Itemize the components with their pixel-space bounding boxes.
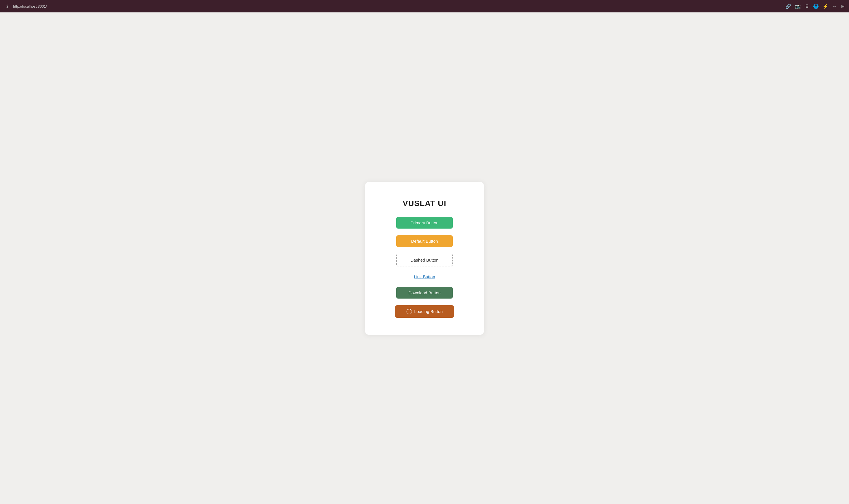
- default-button[interactable]: Default Button: [396, 235, 453, 247]
- loading-spinner-icon: [406, 309, 412, 314]
- page-title: VUSLAT UI: [403, 199, 447, 208]
- browser-toolbar: 🔗 📷 🖥 🌐 ⚡ ↔ ⊞: [785, 4, 845, 9]
- arrow-icon[interactable]: ↔: [832, 4, 837, 9]
- display-icon[interactable]: 🖥: [805, 4, 809, 9]
- dashed-button[interactable]: Dashed Button: [396, 254, 453, 266]
- globe-icon[interactable]: 🌐: [813, 4, 819, 9]
- browser-bar: ℹ http://localhost:3001/ 🔗 📷 🖥 🌐 ⚡ ↔ ⊞: [0, 0, 849, 13]
- main-card: VUSLAT UI Primary Button Default Button …: [365, 182, 484, 335]
- link-icon[interactable]: 🔗: [785, 4, 791, 9]
- primary-button[interactable]: Primary Button: [396, 217, 453, 229]
- page-content: VUSLAT UI Primary Button Default Button …: [0, 13, 849, 504]
- info-icon: ℹ: [4, 4, 10, 9]
- extensions-icon[interactable]: ⚡: [823, 4, 828, 9]
- link-button[interactable]: Link Button: [414, 273, 435, 280]
- download-button[interactable]: Download Button: [396, 287, 453, 299]
- grid-icon[interactable]: ⊞: [841, 4, 845, 9]
- screenshot-icon[interactable]: 📷: [795, 4, 801, 9]
- loading-button[interactable]: Loading Button: [395, 305, 454, 318]
- loading-button-label: Loading Button: [414, 309, 443, 314]
- url-bar[interactable]: http://localhost:3001/: [13, 4, 782, 8]
